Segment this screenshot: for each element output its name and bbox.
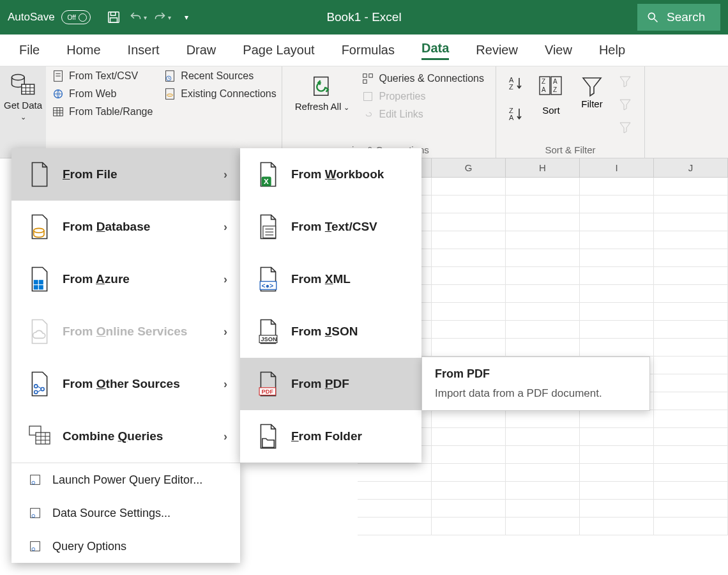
tab-home[interactable]: Home [66, 43, 100, 57]
menu-item-launch-power-query-editor-[interactable]: Launch Power Query Editor... [11, 463, 240, 496]
save-icon[interactable] [105, 8, 123, 26]
cell[interactable] [580, 410, 654, 428]
tab-view[interactable]: View [545, 43, 572, 57]
reapply-icon[interactable] [618, 97, 633, 114]
submenu-item-from-xml[interactable]: <●>From XML [240, 253, 421, 305]
cell[interactable] [580, 231, 654, 249]
cell[interactable] [358, 500, 432, 518]
column-header[interactable]: I [580, 158, 654, 178]
cell[interactable] [432, 213, 506, 231]
cell[interactable] [654, 339, 728, 356]
submenu-item-from-pdf[interactable]: PDFFrom PDF [240, 358, 421, 410]
cell[interactable] [358, 482, 432, 500]
tab-data[interactable]: Data [421, 41, 449, 60]
cell[interactable] [654, 410, 728, 428]
sort-asc-button[interactable]: AZ [508, 75, 526, 95]
menu-item-data-source-settings-[interactable]: Data Source Settings... [11, 496, 240, 530]
search-input[interactable]: Search [637, 4, 720, 31]
cell[interactable] [580, 303, 654, 321]
cell[interactable] [432, 410, 506, 428]
cell[interactable] [654, 303, 728, 321]
cell[interactable] [432, 518, 506, 535]
cell[interactable] [432, 195, 506, 213]
cell[interactable] [506, 428, 580, 446]
cell[interactable] [506, 321, 580, 339]
existing-connections-button[interactable]: Existing Connections [163, 87, 276, 101]
cell[interactable] [654, 392, 728, 410]
cell[interactable] [432, 231, 506, 249]
cell[interactable] [432, 464, 506, 482]
cell[interactable] [580, 195, 654, 213]
cell[interactable] [654, 231, 728, 249]
get-data-button[interactable]: Get Data ⌄ [0, 66, 46, 158]
cell[interactable] [654, 195, 728, 213]
cell[interactable] [580, 213, 654, 231]
cell[interactable] [580, 464, 654, 482]
cell[interactable] [432, 339, 506, 356]
queries-connections-button[interactable]: Queries & Connections [361, 72, 484, 86]
cell[interactable] [506, 500, 580, 518]
from-web-button[interactable]: From Web [51, 87, 153, 101]
cell[interactable] [580, 267, 654, 285]
cell[interactable] [506, 285, 580, 303]
tab-page-layout[interactable]: Page Layout [243, 43, 314, 57]
cell[interactable] [506, 303, 580, 321]
tab-insert[interactable]: Insert [128, 43, 160, 57]
redo-button[interactable]: ▾ [153, 8, 171, 26]
menu-item-query-options[interactable]: Query Options [11, 530, 240, 563]
cell[interactable] [580, 249, 654, 267]
cell[interactable] [580, 178, 654, 195]
cell[interactable] [432, 178, 506, 195]
tab-help[interactable]: Help [599, 43, 625, 57]
submenu-item-from-json[interactable]: JSONFrom JSON [240, 305, 421, 358]
cell[interactable] [358, 464, 432, 482]
cell[interactable] [580, 428, 654, 446]
tab-draw[interactable]: Draw [186, 43, 216, 57]
cell[interactable] [506, 339, 580, 356]
cell[interactable] [580, 446, 654, 464]
sort-button[interactable]: ZAAZ Sort [531, 69, 572, 155]
cell[interactable] [654, 267, 728, 285]
cell[interactable] [654, 500, 728, 518]
cell[interactable] [580, 482, 654, 500]
cell[interactable] [654, 374, 728, 392]
from-text-csv-button[interactable]: From Text/CSV [51, 69, 153, 83]
cell[interactable] [654, 213, 728, 231]
submenu-item-from-workbook[interactable]: XFrom Workbook [240, 148, 421, 201]
cell[interactable] [358, 518, 432, 535]
cell[interactable] [432, 267, 506, 285]
tab-review[interactable]: Review [476, 43, 518, 57]
cell[interactable] [432, 303, 506, 321]
submenu-item-from-folder[interactable]: From Folder [240, 410, 421, 463]
refresh-all-button[interactable]: Refresh All ⌄ [289, 69, 356, 155]
menu-item-from-file[interactable]: From File› [11, 148, 240, 201]
cell[interactable] [506, 231, 580, 249]
menu-item-from-other-sources[interactable]: From Other Sources› [11, 358, 240, 410]
cell[interactable] [580, 518, 654, 535]
column-header[interactable]: G [432, 158, 506, 178]
from-table-range-button[interactable]: From Table/Range [51, 105, 153, 119]
cell[interactable] [506, 178, 580, 195]
cell[interactable] [432, 285, 506, 303]
cell[interactable] [580, 285, 654, 303]
cell[interactable] [506, 482, 580, 500]
cell[interactable] [506, 213, 580, 231]
submenu-item-from-text-csv[interactable]: From Text/CSV [240, 201, 421, 253]
cell[interactable] [432, 321, 506, 339]
advanced-icon[interactable] [618, 120, 633, 137]
cell[interactable] [654, 464, 728, 482]
cell[interactable] [654, 249, 728, 267]
cell[interactable] [506, 195, 580, 213]
cell[interactable] [654, 482, 728, 500]
cell[interactable] [654, 356, 728, 374]
menu-item-from-azure[interactable]: From Azure› [11, 253, 240, 305]
tab-file[interactable]: File [19, 43, 40, 57]
cell[interactable] [432, 428, 506, 446]
cell[interactable] [506, 518, 580, 535]
toggle-switch[interactable]: Off [61, 10, 91, 24]
autosave-toggle[interactable]: AutoSave Off [8, 10, 91, 24]
tab-formulas[interactable]: Formulas [342, 43, 395, 57]
cell[interactable] [580, 500, 654, 518]
cell[interactable] [654, 178, 728, 195]
customize-qat-icon[interactable]: ▾ [178, 8, 195, 26]
